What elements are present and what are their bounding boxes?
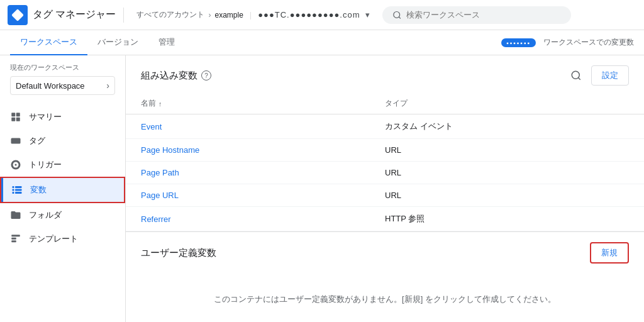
- sidebar-label-templates: テンプレート: [29, 233, 78, 245]
- sidebar-item-templates[interactable]: テンプレート: [0, 227, 125, 251]
- nav-right: ▪▪▪▪▪▪▪ ワークスペースでの変更数: [501, 37, 634, 48]
- user-variables-section: ユーザー定義変数 新規 このコンテナにはユーザー定義変数がありません。[新規] …: [126, 232, 644, 322]
- tab-workspace[interactable]: ワークスペース: [10, 30, 87, 55]
- tab-version[interactable]: バージョン: [87, 30, 148, 55]
- workspace-chevron-icon: ›: [106, 80, 109, 91]
- table-header: 名前 ↑ タイプ: [126, 93, 644, 114]
- sidebar-label-folders: フォルダ: [29, 209, 62, 221]
- workspace-label: 現在のワークスペース: [10, 63, 115, 72]
- dropdown-icon: ▾: [365, 10, 370, 19]
- var-referrer-type: HTTP 参照: [385, 213, 629, 225]
- sidebar-item-folders[interactable]: フォルダ: [0, 203, 125, 227]
- var-path-link[interactable]: Page Path: [141, 168, 385, 177]
- var-event-type: カスタム イベント: [385, 121, 629, 132]
- template-icon: [10, 233, 21, 245]
- breadcrumb-example: example: [214, 11, 243, 19]
- app-header: タグ マネージャー すべてのアカウント › example | ●●●TC.●●…: [0, 0, 644, 30]
- changes-badge: ▪▪▪▪▪▪▪: [501, 38, 536, 47]
- svg-point-9: [15, 164, 17, 166]
- new-variable-button[interactable]: 新規: [590, 242, 629, 264]
- svg-rect-3: [11, 113, 15, 116]
- sidebar-nav: サマリー タグ トリガー: [0, 100, 125, 256]
- tag-icon: [10, 135, 21, 147]
- svg-point-2: [393, 11, 399, 18]
- sidebar-label-summary: サマリー: [29, 111, 62, 123]
- var-url-link[interactable]: Page URL: [141, 191, 385, 200]
- sidebar-item-tags[interactable]: タグ: [0, 129, 125, 153]
- table-row: Page Hostname URL: [126, 139, 644, 162]
- svg-rect-5: [11, 118, 15, 121]
- svg-rect-14: [15, 189, 22, 191]
- col-header-type: タイプ: [385, 98, 629, 109]
- sidebar-item-variables[interactable]: 変数: [0, 177, 125, 203]
- sort-icon: ↑: [158, 100, 162, 108]
- gtm-logo-icon: [8, 5, 28, 25]
- svg-rect-16: [11, 235, 20, 236]
- svg-rect-13: [15, 186, 22, 188]
- svg-rect-10: [13, 186, 14, 188]
- table-row: Page Path URL: [126, 162, 644, 184]
- svg-rect-15: [15, 192, 22, 194]
- table-row: Page URL URL: [126, 184, 644, 207]
- workspace-name: Default Workspace: [16, 81, 85, 91]
- empty-message: このコンテナにはユーザー定義変数がありません。[新規] をクリックして作成してく…: [141, 274, 629, 322]
- changes-label: ワークスペースでの変更数: [543, 37, 634, 48]
- sidebar-item-triggers[interactable]: トリガー: [0, 153, 125, 177]
- svg-rect-4: [16, 113, 20, 116]
- svg-rect-6: [16, 118, 20, 121]
- breadcrumb-all: すべてのアカウント: [136, 9, 204, 20]
- table-row: Referrer HTTP 参照: [126, 207, 644, 231]
- var-hostname-type: URL: [385, 145, 629, 155]
- logo-area: タグ マネージャー: [8, 5, 116, 25]
- sidebar: 現在のワークスペース Default Workspace › サマリー タグ: [0, 55, 126, 322]
- svg-rect-12: [13, 192, 14, 194]
- user-section-header: ユーザー定義変数 新規: [141, 242, 629, 264]
- sidebar-item-summary[interactable]: サマリー: [0, 105, 125, 129]
- builtin-title: 組み込み変数 ?: [141, 70, 211, 82]
- workspace-selector[interactable]: Default Workspace ›: [10, 76, 115, 95]
- summary-icon: [10, 111, 21, 123]
- changes-count: ▪▪▪▪▪▪▪: [501, 38, 536, 47]
- help-icon[interactable]: ?: [201, 70, 211, 80]
- search-input[interactable]: [406, 10, 560, 19]
- search-variables-button[interactable]: [566, 65, 586, 86]
- main-layout: 現在のワークスペース Default Workspace › サマリー タグ: [0, 55, 644, 322]
- header-divider: [123, 8, 124, 23]
- svg-rect-17: [11, 238, 16, 240]
- main-content: 組み込み変数 ? 設定 名前 ↑: [126, 55, 644, 322]
- search-icon: [392, 10, 402, 20]
- workspace-section: 現在のワークスペース Default Workspace ›: [0, 55, 125, 100]
- builtin-header: 組み込み変数 ? 設定: [126, 55, 644, 93]
- user-section-title: ユーザー定義変数: [141, 247, 216, 259]
- table-row: Event カスタム イベント: [126, 114, 644, 139]
- var-event-link[interactable]: Event: [141, 122, 385, 131]
- var-hostname-link[interactable]: Page Hostname: [141, 145, 385, 155]
- var-url-type: URL: [385, 191, 629, 200]
- app-title: タグ マネージャー: [33, 8, 116, 21]
- settings-button[interactable]: 設定: [591, 65, 629, 86]
- col-header-name: 名前 ↑: [141, 98, 385, 109]
- account-divider: |: [250, 10, 252, 19]
- account-name: ●●●TC.●●●●●●●●●.com: [258, 10, 360, 19]
- builtin-variables-section: 組み込み変数 ? 設定 名前 ↑: [126, 55, 644, 232]
- account-selector[interactable]: すべてのアカウント › example | ●●●TC.●●●●●●●●●.co…: [131, 7, 374, 23]
- nav-tabs: ワークスペース バージョン 管理 ▪▪▪▪▪▪▪ ワークスペースでの変更数: [0, 30, 644, 55]
- svg-point-19: [572, 71, 579, 79]
- breadcrumb-arrow: ›: [208, 11, 211, 19]
- sidebar-label-triggers: トリガー: [29, 159, 62, 170]
- folder-icon: [10, 209, 21, 221]
- var-referrer-link[interactable]: Referrer: [141, 214, 385, 224]
- sidebar-label-variables: 変数: [30, 184, 47, 196]
- var-path-type: URL: [385, 168, 629, 177]
- svg-rect-18: [11, 240, 16, 242]
- variable-icon: [11, 184, 23, 196]
- sidebar-label-tags: タグ: [29, 135, 45, 147]
- trigger-icon: [10, 159, 21, 170]
- tab-admin[interactable]: 管理: [148, 30, 185, 55]
- search-box[interactable]: [382, 6, 571, 24]
- builtin-actions: 設定: [566, 65, 629, 86]
- svg-rect-11: [13, 189, 14, 191]
